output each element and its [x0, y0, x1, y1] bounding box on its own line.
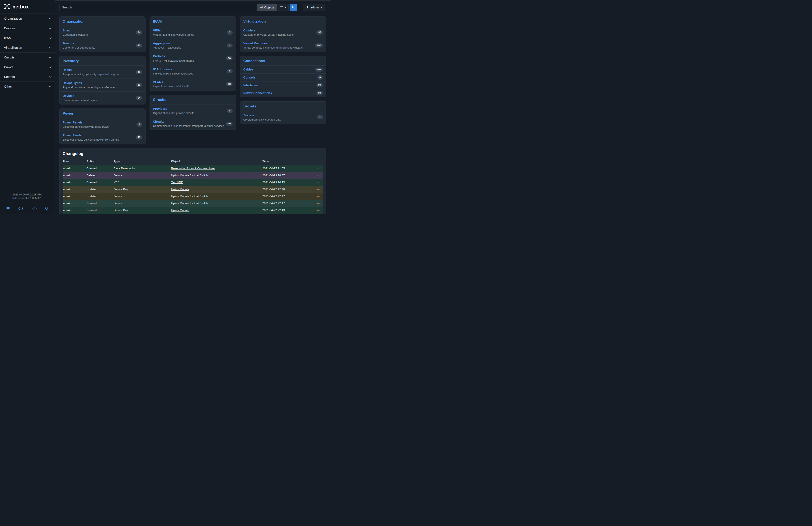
- count-badge[interactable]: 180: [315, 43, 323, 48]
- changelog-row: admin Created Rack Reservation Reservati…: [63, 165, 323, 172]
- count-badge[interactable]: 32: [316, 30, 323, 34]
- object-link[interactable]: Reservation for rack Comms closet: [171, 167, 215, 170]
- cell-object: Uplink Module: [171, 186, 262, 193]
- cell-object: Uplink Module for that Switch: [171, 172, 262, 179]
- dashboard-column-3: Virtualization Clusters Clusters of phys…: [240, 16, 326, 144]
- changelog-row: admin Created Device Type C9200-NM-4G 20…: [63, 214, 323, 214]
- changelog-row: admin Created Device Uplink Module for t…: [63, 200, 323, 207]
- count-badge[interactable]: 48: [136, 135, 142, 140]
- item-link[interactable]: Providers: [153, 107, 167, 110]
- card-title: Organization: [59, 17, 145, 26]
- docs-book-icon[interactable]: [6, 207, 10, 210]
- row-menu-button[interactable]: ⋯: [316, 195, 321, 198]
- globe-icon[interactable]: [45, 207, 48, 211]
- sidebar-item-organization[interactable]: Organization: [0, 14, 55, 24]
- object-link[interactable]: Uplink Module: [171, 209, 189, 212]
- sidebar-item-circuits[interactable]: Circuits: [0, 53, 55, 62]
- row-menu-button[interactable]: ⋯: [316, 167, 321, 170]
- dashboard-item-device-types: Device Types Physical hardware models by…: [59, 79, 145, 91]
- sidebar-item-other[interactable]: Other: [0, 82, 55, 91]
- item-link[interactable]: Sites: [63, 29, 70, 32]
- object-text: Uplink Module for that Switch: [171, 202, 208, 205]
- count-badge[interactable]: 30: [226, 122, 233, 126]
- count-badge[interactable]: 26: [316, 83, 323, 87]
- row-menu-button[interactable]: ⋯: [316, 181, 321, 184]
- item-link[interactable]: VLANs: [153, 81, 163, 84]
- count-badge[interactable]: 26: [316, 91, 323, 96]
- item-link[interactable]: Power Connections: [243, 91, 272, 95]
- sidebar-item-virtualization[interactable]: Virtualization: [0, 43, 55, 53]
- object-link[interactable]: Uplink Module: [171, 188, 189, 191]
- rest-api-braces-icon[interactable]: { }: [18, 207, 23, 210]
- count-badge[interactable]: 4: [227, 43, 233, 48]
- user-menu-button[interactable]: admin: [303, 4, 325, 11]
- card-organization: Organization Sites Geographic locations …: [59, 16, 146, 52]
- item-link[interactable]: Device Types: [63, 81, 82, 85]
- search-scope-button[interactable]: All Objects: [257, 4, 277, 11]
- count-badge[interactable]: 108: [315, 68, 323, 72]
- item-link[interactable]: Cables: [243, 67, 253, 72]
- chevron-down-icon: [49, 27, 52, 29]
- item-link[interactable]: Interfaces: [243, 83, 258, 87]
- item-link[interactable]: Devices: [63, 94, 74, 98]
- cell-time: 2021-04-23 18:37: [262, 172, 311, 179]
- sidebar-item-devices[interactable]: Devices: [0, 24, 55, 33]
- row-menu-button[interactable]: ⋯: [316, 202, 321, 205]
- item-link[interactable]: Racks: [63, 68, 72, 72]
- search-submit-button[interactable]: [290, 4, 298, 11]
- sidebar-item-secrets[interactable]: Secrets: [0, 72, 55, 82]
- item-link[interactable]: Virtual Machines: [243, 42, 267, 45]
- sidebar-item-ipam[interactable]: IPAM: [0, 33, 55, 43]
- item-link[interactable]: Console: [243, 75, 256, 80]
- item-link[interactable]: Prefixes: [153, 55, 165, 58]
- count-badge[interactable]: 15: [136, 83, 142, 87]
- cell-user: admin: [63, 207, 86, 214]
- count-badge[interactable]: 42: [136, 70, 142, 74]
- cell-action: Created: [86, 200, 113, 207]
- chevron-down-icon: [49, 46, 52, 49]
- count-badge[interactable]: 4: [136, 123, 142, 127]
- sidebar-item-label: IPAM: [4, 36, 12, 40]
- cell-object: Uplink Module for that Switch: [171, 193, 262, 200]
- count-badge[interactable]: 1: [227, 30, 233, 34]
- count-badge[interactable]: 1: [227, 69, 233, 73]
- row-menu-button[interactable]: ⋯: [316, 209, 321, 212]
- item-link[interactable]: Power Panels: [63, 121, 83, 124]
- item-link[interactable]: Circuits: [153, 120, 164, 123]
- item-link[interactable]: IP Addresses: [153, 68, 172, 71]
- item-link[interactable]: Tenants: [63, 42, 74, 45]
- item-link[interactable]: Power Feeds: [63, 133, 82, 137]
- search-input[interactable]: [59, 4, 256, 11]
- source-code-icon[interactable]: </>: [32, 207, 37, 210]
- count-badge[interactable]: 24: [136, 30, 142, 34]
- dashboard-item-power-connections: Power Connections 26: [240, 89, 326, 97]
- item-description: Individual IPv4 & IPv6 addresses: [153, 72, 193, 75]
- row-menu-button[interactable]: ⋯: [316, 174, 321, 177]
- cell-menu: ⋯: [311, 214, 323, 214]
- sidebar-item-label: Secrets: [4, 75, 15, 79]
- item-link[interactable]: Clusters: [243, 29, 256, 32]
- netbox-logo[interactable]: netbox: [0, 0, 55, 14]
- cell-user: admin: [63, 165, 86, 172]
- count-badge[interactable]: 0: [317, 75, 323, 80]
- sidebar-item-power[interactable]: Power: [0, 62, 55, 72]
- item-link[interactable]: Aggregates: [153, 42, 170, 45]
- sidebar-item-label: Power: [4, 65, 13, 69]
- sidebar-item-label: Virtualization: [4, 46, 22, 49]
- count-badge[interactable]: 68: [226, 56, 233, 60]
- item-link[interactable]: Secrets: [243, 114, 255, 117]
- search-bar: All Objects: [59, 4, 298, 11]
- count-badge[interactable]: 1: [317, 115, 323, 119]
- row-menu-button[interactable]: ⋯: [316, 188, 321, 191]
- item-link[interactable]: VRFs: [153, 29, 161, 32]
- count-badge[interactable]: 9: [227, 109, 233, 113]
- count-badge[interactable]: 63: [226, 82, 233, 86]
- item-description: Organizations that provide circuits: [153, 112, 194, 115]
- search-icon: [292, 5, 295, 9]
- object-link[interactable]: Test VRF: [171, 181, 183, 184]
- search-filter-button[interactable]: [278, 4, 289, 11]
- count-badge[interactable]: 64: [136, 96, 142, 100]
- count-badge[interactable]: 11: [136, 43, 142, 48]
- dashboard-item-racks: Racks Equipment racks, optionally organi…: [59, 66, 145, 78]
- cell-user: admin: [63, 172, 86, 179]
